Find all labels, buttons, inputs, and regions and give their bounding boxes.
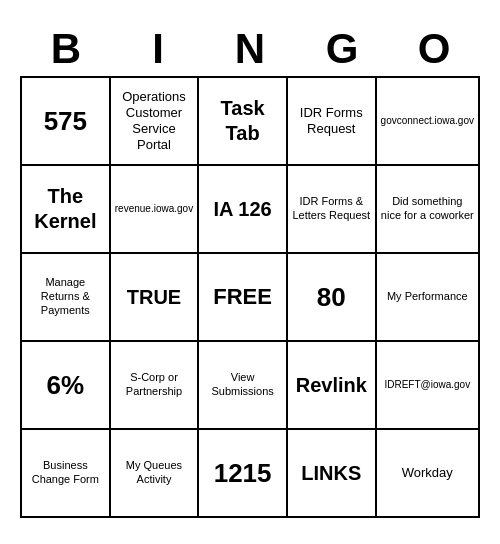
cell-3-4[interactable]: IDREFT@iowa.gov bbox=[377, 342, 480, 430]
cell-4-0[interactable]: Business Change Form bbox=[22, 430, 111, 518]
bingo-grid: 575 Operations Customer Service Portal T… bbox=[20, 76, 480, 518]
bingo-title: B I N G O bbox=[20, 26, 480, 72]
letter-b: B bbox=[22, 26, 110, 72]
cell-3-0[interactable]: 6% bbox=[22, 342, 111, 430]
cell-1-3[interactable]: IDR Forms & Letters Request bbox=[288, 166, 377, 254]
cell-4-4[interactable]: Workday bbox=[377, 430, 480, 518]
cell-3-3[interactable]: Revlink bbox=[288, 342, 377, 430]
cell-2-4[interactable]: My Performance bbox=[377, 254, 480, 342]
cell-0-1[interactable]: Operations Customer Service Portal bbox=[111, 78, 200, 166]
cell-4-2[interactable]: 1215 bbox=[199, 430, 288, 518]
bingo-card: B I N G O 575 Operations Customer Servic… bbox=[10, 16, 490, 528]
cell-4-1[interactable]: My Queues Activity bbox=[111, 430, 200, 518]
cell-3-2[interactable]: View Submissions bbox=[199, 342, 288, 430]
cell-0-2[interactable]: Task Tab bbox=[199, 78, 288, 166]
letter-g: G bbox=[298, 26, 386, 72]
cell-2-1[interactable]: TRUE bbox=[111, 254, 200, 342]
letter-o: O bbox=[390, 26, 478, 72]
cell-2-3[interactable]: 80 bbox=[288, 254, 377, 342]
letter-n: N bbox=[206, 26, 294, 72]
cell-1-2[interactable]: IA 126 bbox=[199, 166, 288, 254]
cell-3-1[interactable]: S-Corp or Partnership bbox=[111, 342, 200, 430]
cell-0-0[interactable]: 575 bbox=[22, 78, 111, 166]
letter-i: I bbox=[114, 26, 202, 72]
cell-2-0[interactable]: Manage Returns & Payments bbox=[22, 254, 111, 342]
cell-4-3[interactable]: LINKS bbox=[288, 430, 377, 518]
cell-1-1[interactable]: revenue.iowa.gov bbox=[111, 166, 200, 254]
cell-0-3[interactable]: IDR Forms Request bbox=[288, 78, 377, 166]
cell-1-4[interactable]: Did something nice for a coworker bbox=[377, 166, 480, 254]
cell-0-4[interactable]: govconnect.iowa.gov bbox=[377, 78, 480, 166]
cell-1-0[interactable]: The Kernel bbox=[22, 166, 111, 254]
cell-2-2-free[interactable]: FREE bbox=[199, 254, 288, 342]
